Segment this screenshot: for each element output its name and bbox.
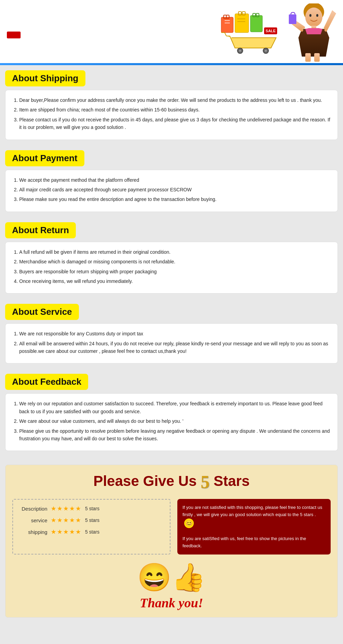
svg-rect-0 (221, 17, 233, 33)
svg-rect-5 (235, 14, 249, 33)
satisfaction-text-2: If you are satiSfied with us, feel free … (182, 535, 326, 550)
thank-you-text: Thank you! (12, 595, 331, 610)
section-shipping: About ShippingDear buyer,Please confirm … (0, 65, 343, 145)
section-service: About ServiceWe are not responsible for … (0, 299, 343, 369)
svg-rect-27 (305, 53, 311, 62)
section-label-feedback: About Feedback (5, 374, 88, 390)
svg-rect-10 (250, 15, 262, 32)
rating-label: Description (20, 506, 47, 512)
list-item: Buyers are responsible for return shippi… (19, 268, 331, 275)
content-box-shipping: Dear buyer,Please confirm your address c… (5, 90, 338, 140)
svg-rect-28 (314, 53, 320, 62)
stars-text: 5 stars (85, 529, 99, 535)
stars-content: Description ★★★★★ 5 stars service ★★★★★ … (12, 499, 331, 554)
list-item: Please contact us if you do not receive … (19, 116, 331, 131)
list-item: Once receiving items, we will refund you… (19, 277, 331, 285)
svg-line-13 (225, 33, 226, 36)
section-label-service: About Service (5, 304, 79, 320)
person-illustration (288, 3, 336, 62)
svg-text:SALE: SALE (265, 29, 275, 33)
satisfaction-box: If you are not satisfied with this shopp… (177, 499, 331, 554)
rating-table: Description ★★★★★ 5 stars service ★★★★★ … (12, 499, 170, 554)
svg-point-24 (316, 14, 318, 17)
content-box-feedback: We rely on our reputation and customer s… (5, 393, 338, 451)
stars-text: 5 stars (85, 506, 99, 511)
list-item: Please make sure you read the entire des… (19, 195, 331, 203)
list-item: All major credit cards are accepted thro… (19, 186, 331, 193)
sections-container: About ShippingDear buyer,Please confirm … (0, 65, 343, 456)
list-item: We care about our value customers, and w… (19, 417, 331, 425)
page-header: SALE (0, 0, 343, 63)
please-give-prefix: Please Give Us (93, 473, 201, 489)
section-label-return: About Return (5, 222, 76, 238)
stars-section-box: Please Give Us 5 Stars Description ★★★★★… (5, 465, 338, 618)
content-box-service: We are not responsible for any Customs d… (5, 323, 338, 363)
list-item: All email will be answered within 24 hou… (19, 340, 331, 355)
star-icons: ★★★★★ (51, 516, 82, 524)
smiley-icon: 😊 (184, 518, 194, 528)
header-left (7, 28, 21, 38)
list-item: Please give us the opportunity to resolv… (19, 427, 331, 443)
svg-point-23 (309, 14, 311, 17)
svg-point-18 (265, 50, 267, 52)
section-payment: About PaymentWe accept the payment metho… (0, 145, 343, 217)
wink-emoji: 😄👍 (137, 561, 206, 594)
header-right: SALE (220, 3, 336, 63)
star-icons: ★★★★★ (51, 528, 82, 536)
svg-point-16 (239, 50, 241, 52)
svg-point-22 (305, 8, 322, 27)
content-box-return: A full refund will be given if items are… (5, 242, 338, 294)
content-box-payment: We accept the payment method that the pl… (5, 170, 338, 212)
rating-label: service (20, 517, 47, 523)
list-item: We rely on our reputation and customer s… (19, 400, 331, 415)
five-number: 5 (201, 472, 210, 492)
stars-wrapper: Please Give Us 5 Stars Description ★★★★★… (0, 456, 343, 626)
thank-you-area: 😄👍 Thank you! (12, 561, 331, 610)
banner-text (7, 32, 21, 38)
list-item: We accept the payment method that the pl… (19, 176, 331, 184)
cart-icon: SALE (220, 10, 285, 62)
list-item: A full refund will be given if items are… (19, 248, 331, 256)
section-feedback: About FeedbackWe rely on our reputation … (0, 369, 343, 456)
list-item: Dear buyer,Please confirm your address c… (19, 96, 331, 104)
please-give-title: Please Give Us 5 Stars (12, 472, 331, 492)
stars-section: Please Give Us 5 Stars Description ★★★★★… (0, 456, 343, 626)
rating-row: Description ★★★★★ 5 stars (20, 505, 163, 512)
please-give-suffix: Stars (210, 473, 250, 489)
stars-text: 5 stars (85, 517, 99, 523)
rating-row: shipping ★★★★★ 5 stars (20, 528, 163, 536)
section-label-payment: About Payment (5, 150, 84, 166)
section-return: About ReturnA full refund will be given … (0, 217, 343, 299)
svg-rect-26 (289, 14, 296, 24)
rating-label: shipping (20, 529, 47, 535)
list-item: Merchandise which is damaged or missing … (19, 258, 331, 265)
satisfaction-text-1: If you are not satisfied with this shopp… (182, 504, 326, 528)
list-item: Item are shipped from china; reach most … (19, 106, 331, 114)
rating-row: service ★★★★★ 5 stars (20, 516, 163, 524)
list-item: We are not responsible for any Customs d… (19, 330, 331, 337)
star-icons: ★★★★★ (51, 505, 82, 512)
section-label-shipping: About Shipping (5, 70, 85, 86)
